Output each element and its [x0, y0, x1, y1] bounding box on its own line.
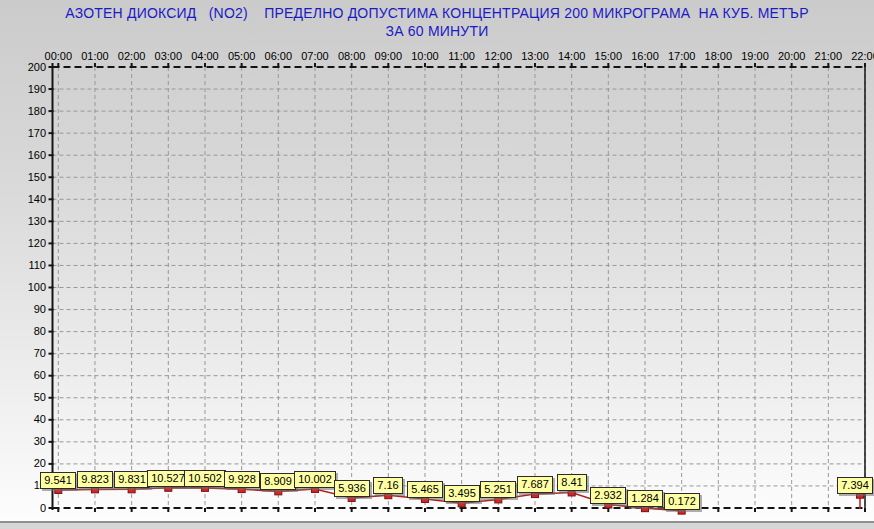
bottom-divider — [0, 521, 874, 529]
y-tick-label: 180 — [6, 105, 46, 118]
y-tick-label: 120 — [6, 237, 46, 250]
data-point-label: 1.284 — [627, 490, 663, 507]
y-tick-label: 100 — [6, 281, 46, 294]
data-point-label: 5.251 — [480, 481, 516, 498]
data-point-label: 10.502 — [184, 470, 226, 487]
y-tick-label: 20 — [6, 457, 46, 470]
y-tick-label: 130 — [6, 215, 46, 228]
y-tick-label: 190 — [6, 83, 46, 96]
y-tick-label: 90 — [6, 303, 46, 316]
data-point-label: 5.936 — [334, 480, 370, 497]
y-tick-label: 40 — [6, 413, 46, 426]
x-tick-label: 22:00 — [843, 50, 874, 62]
data-point-label: 10.002 — [294, 471, 336, 488]
y-tick-label: 150 — [6, 171, 46, 184]
data-point-label: 9.541 — [40, 472, 76, 489]
data-point-label: 7.687 — [517, 476, 553, 493]
y-tick-label: 80 — [6, 325, 46, 338]
y-tick-label: 110 — [6, 259, 46, 272]
data-point-label: 8.909 — [260, 473, 296, 490]
data-point-label: 5.465 — [407, 481, 443, 498]
data-point-label: 0.172 — [664, 493, 700, 510]
data-point-label: 9.823 — [77, 471, 113, 488]
y-tick-label: 70 — [6, 347, 46, 360]
plot-area — [0, 0, 874, 521]
y-tick-label: 140 — [6, 193, 46, 206]
data-point-label: 3.495 — [444, 485, 480, 502]
data-point-label: 8.41 — [557, 474, 587, 491]
y-tick-label: 30 — [6, 435, 46, 448]
y-tick-label: 60 — [6, 369, 46, 382]
data-point-label: 2.932 — [590, 487, 626, 504]
data-point-label: 7.394 — [837, 477, 873, 494]
data-point-label: 7.16 — [373, 477, 403, 494]
chart-panel: АЗОТЕН ДИОКСИД (NO2) ПРЕДЕЛНО ДОПУСТИМА … — [0, 0, 874, 521]
data-point-label: 9.928 — [224, 471, 260, 488]
y-tick-label: 50 — [6, 391, 46, 404]
data-point-label: 10.527 — [147, 470, 189, 487]
data-point-label: 9.831 — [114, 471, 150, 488]
y-tick-label: 170 — [6, 127, 46, 140]
y-tick-label: 200 — [6, 61, 46, 74]
y-tick-label: 160 — [6, 149, 46, 162]
y-tick-label: 0 — [6, 502, 46, 515]
